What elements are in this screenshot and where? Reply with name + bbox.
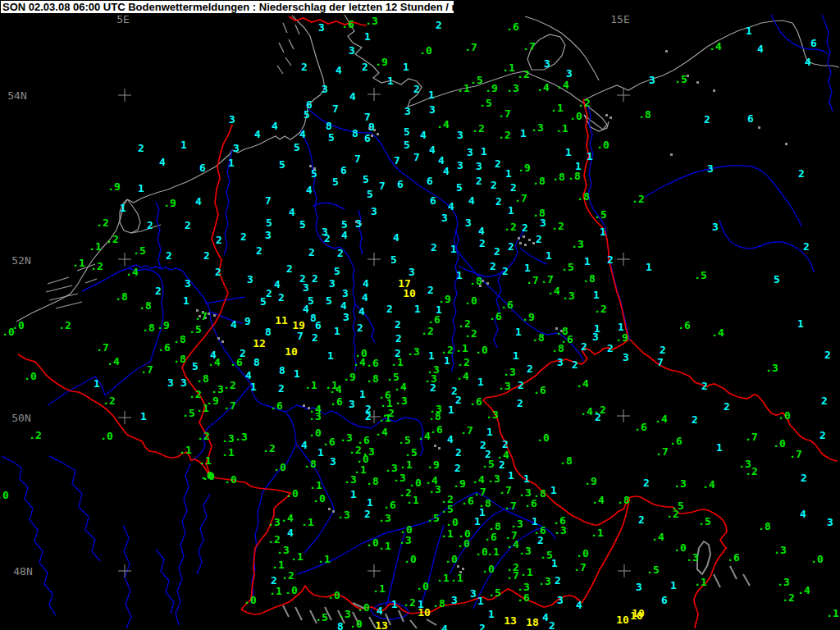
station-value: .4: [107, 355, 120, 368]
station-value: 4: [429, 144, 436, 156]
national-border: [182, 125, 232, 477]
station-value: .6: [678, 319, 691, 331]
station-value: 1: [334, 325, 340, 337]
station-value: .4: [394, 381, 407, 393]
station-value: 4: [341, 229, 348, 241]
latitude-label: 48N: [13, 565, 32, 578]
station-value: 4: [299, 128, 306, 140]
station-value: .4: [472, 473, 485, 486]
latitude-label: 54N: [7, 89, 26, 102]
city-mark: [462, 568, 464, 570]
graticule-cross: [118, 89, 131, 102]
station-value: 13: [375, 619, 388, 630]
station-value: 1: [565, 146, 572, 158]
station-value: .4: [456, 370, 469, 382]
station-value: 2: [798, 167, 805, 180]
station-value: .5: [427, 512, 440, 524]
station-value: 3: [470, 587, 477, 600]
station-value: .8: [551, 342, 564, 354]
station-value: .3: [538, 575, 551, 587]
station-value: 4: [805, 56, 811, 68]
station-value: .5: [315, 611, 328, 623]
station-value: 3: [557, 594, 564, 606]
station-value: .1: [309, 479, 322, 491]
latitude-label: 52N: [11, 254, 30, 267]
station-value: .4: [375, 426, 388, 438]
city-mark: [332, 510, 335, 513]
station-value: 4: [159, 156, 166, 168]
station-value: .4: [536, 81, 550, 94]
station-value: .4: [651, 531, 664, 543]
station-value: 1: [350, 488, 357, 500]
station-value: 2: [278, 291, 285, 304]
station-value: .0: [202, 470, 215, 482]
station-value: .0: [416, 580, 429, 592]
station-value: 6: [315, 319, 322, 331]
station-value: 3: [167, 377, 174, 389]
station-value: 4: [420, 129, 427, 141]
station-value: 3: [322, 83, 328, 95]
station-value: .0: [2, 326, 15, 338]
station-value: .4: [556, 79, 569, 91]
city-mark: [528, 239, 531, 241]
river: [82, 265, 296, 604]
station-value: 2: [166, 249, 172, 262]
station-value: .8: [638, 108, 651, 121]
station-value: 2: [395, 332, 402, 345]
station-value: 2: [692, 413, 698, 426]
station-value: .9: [615, 331, 628, 344]
station-value: 4: [272, 120, 278, 132]
station-value: 5: [334, 265, 340, 277]
station-value: 1: [120, 202, 126, 214]
city-mark: [524, 244, 527, 246]
station-value: 7: [332, 103, 339, 115]
coastline: [46, 285, 72, 292]
station-value: 1: [403, 61, 409, 73]
station-value: 2: [301, 61, 308, 73]
station-value: .8: [173, 353, 186, 365]
coastline: [56, 302, 82, 308]
station-value: 6: [747, 112, 754, 125]
station-value: 3: [371, 205, 377, 217]
station-value: .5: [561, 261, 574, 273]
station-value: .4: [547, 285, 560, 297]
station-value: .7: [498, 107, 511, 120]
station-value: 2: [266, 287, 272, 299]
station-value: 10: [285, 345, 298, 358]
station-value: 4: [800, 508, 806, 520]
station-value: 3: [566, 67, 573, 80]
station-value: .1: [72, 257, 85, 269]
station-value: .7: [96, 341, 109, 354]
station-value: .1: [399, 459, 413, 471]
station-value: 1: [481, 145, 487, 158]
station-value: 2: [508, 240, 514, 253]
station-value: 1: [183, 294, 189, 307]
station-value: 4: [195, 195, 202, 208]
station-value: 5: [328, 131, 335, 144]
station-value: 8: [337, 620, 344, 630]
station-value: .0: [475, 344, 488, 356]
station-value: .8: [469, 275, 482, 287]
station-value: 6: [340, 164, 347, 176]
station-value: .5: [479, 97, 492, 109]
station-value: .3: [308, 410, 322, 422]
station-value: .5: [482, 458, 495, 470]
station-value: .0: [569, 110, 582, 122]
station-value: .1: [436, 572, 450, 584]
station-value: .1: [378, 540, 391, 552]
coastline: [277, 66, 283, 74]
graticule-cross: [617, 409, 630, 422]
station-value: 3: [557, 356, 564, 368]
terrain-hatch: [295, 607, 302, 620]
station-value: 1: [391, 598, 398, 610]
station-value: 6: [661, 594, 668, 606]
national-border: [18, 354, 210, 477]
station-value: .5: [698, 515, 711, 527]
station-value: .1: [269, 585, 282, 597]
station-value: .8: [432, 597, 445, 609]
station-value: 4: [393, 231, 399, 244]
station-value: .2: [472, 122, 485, 135]
station-value: 2: [278, 382, 285, 395]
graticule-cross: [368, 253, 381, 266]
river: [156, 202, 161, 269]
